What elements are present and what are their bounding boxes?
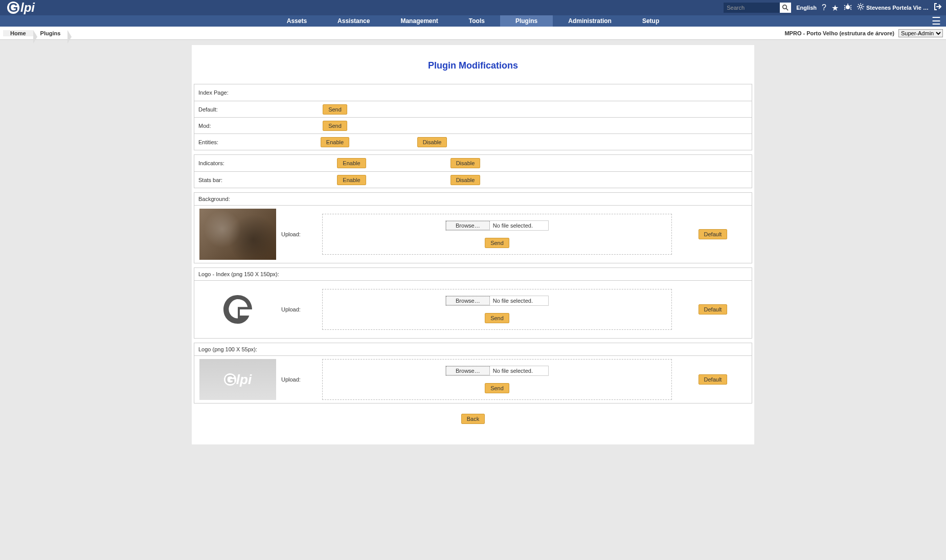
upload-dropzone[interactable]: Browse… No file selected. Send bbox=[322, 289, 672, 330]
logo-index-preview bbox=[199, 284, 276, 335]
svg-line-8 bbox=[844, 9, 845, 10]
file-status: No file selected. bbox=[490, 297, 548, 305]
file-status: No file selected. bbox=[490, 221, 548, 230]
logo-small-header: Logo (png 100 X 55px): bbox=[194, 343, 752, 356]
logo-small-upload-section: Logo (png 100 X 55px): Glpi Upload: Brow… bbox=[194, 343, 752, 404]
content-area: Plugin Modifications Index Page: Default… bbox=[192, 45, 754, 444]
browse-button[interactable]: Browse… bbox=[446, 296, 490, 305]
role-select[interactable]: Super-Admin bbox=[898, 29, 943, 37]
search-box bbox=[724, 3, 791, 13]
mod-send-button[interactable]: Send bbox=[323, 121, 347, 131]
logo-index-default-button[interactable]: Default bbox=[699, 304, 728, 315]
breadcrumb-home[interactable]: Home bbox=[3, 30, 33, 36]
logo-small-preview: Glpi bbox=[199, 359, 276, 400]
index-page-section: Index Page: Default: Send Mod: Send Enti… bbox=[194, 84, 752, 150]
nav-setup[interactable]: Setup bbox=[627, 15, 674, 27]
upload-dropzone[interactable]: Browse… No file selected. Send bbox=[322, 359, 672, 400]
indicators-enable-button[interactable]: Enable bbox=[337, 158, 366, 168]
nav-tools[interactable]: Tools bbox=[454, 15, 500, 27]
main-nav: Assets Assistance Management Tools Plugi… bbox=[0, 15, 946, 27]
indicators-disable-button[interactable]: Disable bbox=[451, 158, 481, 168]
file-status: No file selected. bbox=[490, 367, 548, 375]
search-input[interactable] bbox=[724, 3, 780, 13]
default-send-button[interactable]: Send bbox=[323, 104, 347, 115]
statsbar-label: Stats bar: bbox=[194, 174, 286, 186]
breadcrumb-plugins[interactable]: Plugins bbox=[33, 30, 68, 36]
search-icon bbox=[782, 5, 789, 11]
logo-index-send-button[interactable]: Send bbox=[485, 313, 509, 323]
indicators-section: Indicators: Enable Disable Stats bar: En… bbox=[194, 154, 752, 188]
background-header: Background: bbox=[194, 193, 752, 206]
language-link[interactable]: English bbox=[796, 5, 817, 11]
index-page-label: Index Page: bbox=[194, 86, 286, 99]
upload-label: Upload: bbox=[281, 231, 317, 237]
hamburger-icon[interactable]: ☰ bbox=[932, 15, 941, 27]
entities-label: Entities: bbox=[194, 136, 286, 148]
default-label: Default: bbox=[194, 103, 286, 116]
nav-plugins[interactable]: Plugins bbox=[500, 15, 553, 27]
mod-label: Mod: bbox=[194, 120, 286, 132]
upload-label: Upload: bbox=[281, 376, 317, 383]
gear-icon bbox=[857, 3, 864, 12]
nav-management[interactable]: Management bbox=[385, 15, 453, 27]
user-name: Stevenes Portela Vie … bbox=[866, 5, 929, 11]
breadcrumb: Home Plugins MPRO - Porto Velho (estrutu… bbox=[0, 27, 946, 40]
svg-point-10 bbox=[859, 5, 862, 8]
entities-enable-button[interactable]: Enable bbox=[321, 137, 349, 147]
upload-label: Upload: bbox=[281, 306, 317, 312]
star-icon[interactable]: ★ bbox=[831, 3, 839, 13]
background-upload-section: Background: Upload: Browse… No file sele… bbox=[194, 192, 752, 263]
svg-line-1 bbox=[786, 9, 789, 11]
logo-small-send-button[interactable]: Send bbox=[485, 383, 509, 393]
bug-icon[interactable] bbox=[844, 3, 852, 13]
svg-point-0 bbox=[783, 5, 787, 9]
svg-line-4 bbox=[844, 5, 845, 6]
logo-small-default-button[interactable]: Default bbox=[699, 374, 728, 385]
statsbar-enable-button[interactable]: Enable bbox=[337, 175, 366, 185]
nav-assistance[interactable]: Assistance bbox=[322, 15, 385, 27]
browse-button[interactable]: Browse… bbox=[446, 366, 490, 375]
help-icon[interactable]: ? bbox=[822, 3, 826, 12]
logo-index-header: Logo - Index (png 150 X 150px): bbox=[194, 268, 752, 281]
background-preview bbox=[199, 209, 276, 260]
indicators-label: Indicators: bbox=[194, 157, 286, 169]
statsbar-disable-button[interactable]: Disable bbox=[451, 175, 481, 185]
app-logo[interactable]: Glpi bbox=[4, 1, 38, 15]
page-title: Plugin Modifications bbox=[192, 60, 754, 71]
logo-index-upload-section: Logo - Index (png 150 X 150px): Upload: … bbox=[194, 267, 752, 339]
logout-icon[interactable] bbox=[934, 3, 942, 13]
nav-administration[interactable]: Administration bbox=[553, 15, 627, 27]
entities-disable-button[interactable]: Disable bbox=[417, 137, 447, 147]
browse-button[interactable]: Browse… bbox=[446, 221, 490, 230]
svg-line-5 bbox=[850, 5, 851, 6]
nav-assets[interactable]: Assets bbox=[272, 15, 322, 27]
header-bar: Glpi English ? ★ Stevenes Portela Vie … bbox=[0, 0, 946, 15]
background-send-button[interactable]: Send bbox=[485, 238, 509, 248]
svg-point-2 bbox=[846, 5, 850, 9]
upload-dropzone[interactable]: Browse… No file selected. Send bbox=[322, 214, 672, 255]
svg-line-9 bbox=[850, 9, 851, 10]
search-button[interactable] bbox=[780, 3, 791, 13]
back-button[interactable]: Back bbox=[461, 414, 485, 424]
user-menu[interactable]: Stevenes Portela Vie … bbox=[857, 3, 929, 12]
entity-label[interactable]: MPRO - Porto Velho (estrutura de árvore) bbox=[784, 30, 894, 36]
background-default-button[interactable]: Default bbox=[699, 229, 728, 239]
